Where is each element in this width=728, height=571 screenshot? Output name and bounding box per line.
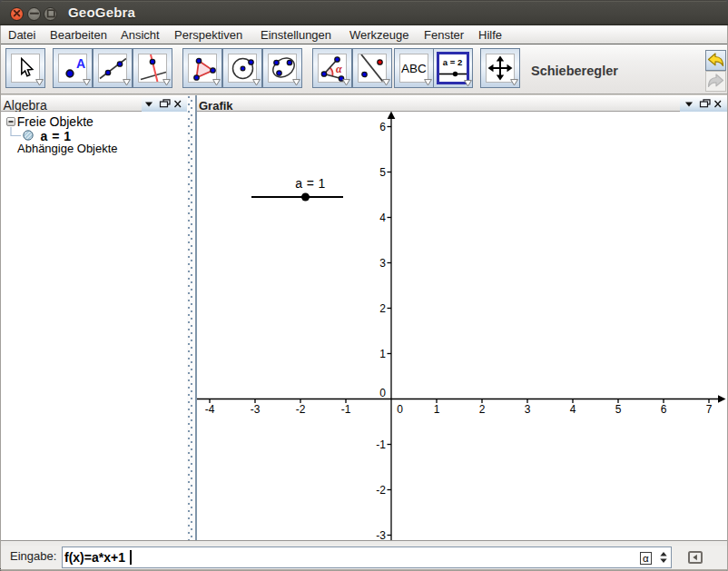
svg-text:-4: -4 xyxy=(205,403,215,416)
svg-text:6: 6 xyxy=(379,121,386,133)
svg-text:2: 2 xyxy=(479,403,486,416)
svg-text:0: 0 xyxy=(379,387,386,399)
svg-text:3: 3 xyxy=(525,403,531,416)
svg-text:1: 1 xyxy=(434,403,440,416)
svg-text:7: 7 xyxy=(706,403,713,416)
svg-text:α: α xyxy=(336,63,342,75)
svg-text:a = 2: a = 2 xyxy=(443,57,462,67)
svg-text:-3: -3 xyxy=(376,529,386,540)
svg-text:0: 0 xyxy=(397,403,403,416)
svg-text:Freie Objekte: Freie Objekte xyxy=(17,114,93,129)
svg-text:6: 6 xyxy=(661,403,667,416)
svg-text:3: 3 xyxy=(379,257,386,270)
svg-text:-1: -1 xyxy=(376,438,386,451)
svg-text:2: 2 xyxy=(379,302,386,315)
svg-text:A: A xyxy=(76,56,85,71)
svg-text:4: 4 xyxy=(379,212,386,224)
svg-text:-2: -2 xyxy=(296,403,306,416)
svg-text:a = 1: a = 1 xyxy=(295,176,326,191)
svg-text:-1: -1 xyxy=(341,403,351,416)
svg-text:-2: -2 xyxy=(376,484,386,497)
svg-text:a = 1: a = 1 xyxy=(41,129,72,143)
svg-text:-3: -3 xyxy=(251,403,261,416)
svg-text:5: 5 xyxy=(615,403,622,416)
svg-text:5: 5 xyxy=(379,166,386,179)
svg-text:1: 1 xyxy=(379,348,386,360)
svg-text:Abhängige Objekte: Abhängige Objekte xyxy=(17,142,118,155)
svg-text:4: 4 xyxy=(570,403,576,416)
svg-text:ABC: ABC xyxy=(401,62,427,75)
